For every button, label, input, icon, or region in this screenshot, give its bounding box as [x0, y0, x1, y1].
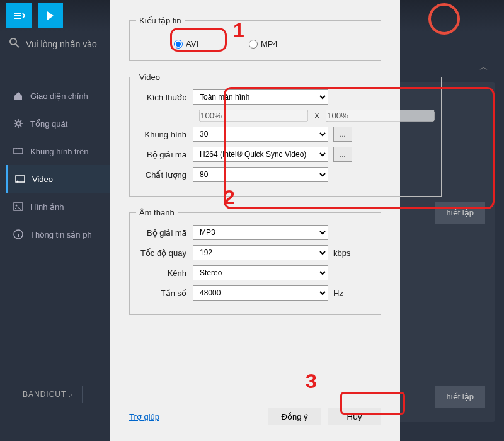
search-placeholder: Vui lòng nhấn vào — [26, 39, 97, 49]
chevron-up-icon[interactable]: ︿ — [479, 62, 488, 73]
bitrate-unit: kbps — [333, 248, 350, 258]
format-settings-dialog: Kiểu tập tin AVI MP4 Video Kích thước To… — [110, 0, 400, 441]
toolbar-icon-2[interactable] — [38, 3, 63, 28]
audio-group: Âm thanh Bộ giải mã MP3 Tốc độ quay 192 … — [129, 208, 381, 315]
dialog-footer: Trợ giúp Đồng ý Hủy — [129, 408, 381, 425]
bandicut-badge: BANDICUT ᄀ — [16, 386, 83, 403]
svg-point-6 — [16, 205, 18, 207]
fps-select[interactable]: 30 — [193, 127, 328, 142]
channel-label: Kênh — [136, 268, 193, 278]
bg-settings-button-1[interactable]: hiết lập — [435, 202, 485, 224]
bg-settings-button-2[interactable]: hiết lập — [435, 386, 485, 408]
size-label: Kích thước — [136, 93, 193, 102]
quality-label: Chất lượng — [136, 170, 193, 180]
sidebar: Giao diện chính Tổng quát Khung hình trê… — [6, 82, 113, 248]
video-legend: Video — [136, 72, 163, 82]
sidebar-item-label: Hình ảnh — [30, 202, 64, 212]
video-group: Video Kích thước Toàn màn hình X Khung h… — [129, 72, 442, 197]
radio-mp4-input[interactable] — [249, 40, 258, 49]
freq-select[interactable]: 48000 — [193, 285, 328, 301]
video-icon — [14, 174, 26, 184]
frame-icon — [13, 146, 24, 156]
video-codec-select[interactable]: H264 (Intel® Quick Sync Video) — [193, 147, 328, 162]
sidebar-item-label: Tổng quát — [30, 119, 67, 129]
channel-select[interactable]: Stereo — [193, 265, 328, 280]
size-select[interactable]: Toàn màn hình — [193, 89, 328, 105]
search-icon — [9, 38, 20, 50]
scale-width-input[interactable] — [199, 110, 308, 122]
audio-codec-select[interactable]: MP3 — [193, 225, 328, 240]
sidebar-item-image[interactable]: Hình ảnh — [6, 193, 113, 220]
svg-point-4 — [17, 181, 19, 183]
radio-mp4[interactable]: MP4 — [249, 39, 278, 49]
sidebar-item-label: Video — [32, 175, 53, 184]
toolbar-icon-1[interactable] — [6, 3, 32, 28]
scale-x-label: X — [314, 112, 319, 120]
sidebar-item-label: Giao diện chính — [30, 91, 88, 101]
file-type-legend: Kiểu tập tin — [136, 16, 185, 25]
codec-more-button[interactable]: ... — [333, 147, 352, 162]
radio-avi[interactable]: AVI — [174, 39, 198, 49]
sidebar-item-home[interactable]: Giao diện chính — [6, 82, 113, 110]
ok-button[interactable]: Đồng ý — [268, 408, 321, 425]
gear-icon — [13, 118, 24, 129]
bitrate-label: Tốc độ quay — [136, 248, 193, 258]
audio-codec-label: Bộ giải mã — [136, 228, 193, 238]
sidebar-item-label: Thông tin sản ph — [30, 230, 92, 239]
codec-label: Bộ giải mã — [136, 150, 193, 159]
home-icon — [13, 91, 24, 101]
sidebar-item-general[interactable]: Tổng quát — [6, 110, 113, 137]
scale-height-input[interactable] — [326, 110, 435, 122]
fps-label: Khung hình — [136, 130, 193, 139]
file-type-group: Kiểu tập tin AVI MP4 — [129, 16, 381, 61]
info-icon — [13, 229, 24, 239]
help-link[interactable]: Trợ giúp — [129, 412, 159, 421]
fps-more-button[interactable]: ... — [333, 127, 352, 142]
quality-select[interactable]: 80 — [193, 167, 328, 182]
freq-unit: Hz — [333, 289, 343, 298]
svg-point-1 — [16, 122, 20, 125]
freq-label: Tần số — [136, 289, 193, 298]
bitrate-select[interactable]: 192 — [193, 245, 328, 260]
svg-rect-2 — [14, 149, 23, 154]
cancel-button[interactable]: Hủy — [328, 408, 381, 425]
sidebar-item-video[interactable]: Video — [6, 165, 113, 193]
radio-avi-input[interactable] — [174, 40, 183, 49]
sidebar-item-label: Khung hình trên — [30, 147, 89, 156]
image-icon — [13, 202, 24, 212]
svg-rect-5 — [14, 203, 23, 210]
sidebar-item-fps[interactable]: Khung hình trên — [6, 137, 113, 165]
sidebar-item-info[interactable]: Thông tin sản ph — [6, 220, 113, 248]
svg-point-0 — [10, 38, 16, 45]
audio-legend: Âm thanh — [136, 208, 178, 217]
record-indicator — [428, 3, 460, 35]
